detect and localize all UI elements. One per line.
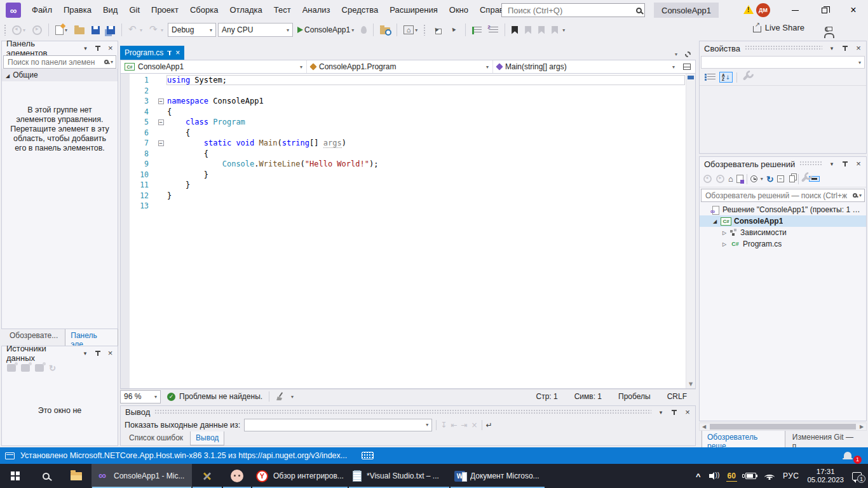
start-button[interactable] <box>0 464 31 488</box>
scroll-left-arrow[interactable]: ◀ <box>700 424 709 430</box>
yandex-browser-window[interactable]: Обзор интегриров... <box>252 464 348 488</box>
toolbox-group-general[interactable]: Общие <box>2 69 118 81</box>
status-cell[interactable]: Стр: 1 <box>536 392 558 401</box>
refresh-icon[interactable] <box>766 174 774 184</box>
edit-data-source-icon[interactable] <box>21 364 30 372</box>
fold-collapse-button[interactable]: − <box>158 119 164 125</box>
breakpoint-margin[interactable] <box>121 74 130 388</box>
toolbar-drag-handle[interactable] <box>423 24 426 36</box>
scroll-down-arrow[interactable]: ▼ <box>686 381 695 387</box>
code-line[interactable]: 5− class Program <box>130 117 685 128</box>
prev-bookmark-button[interactable]: ◂ <box>522 22 534 37</box>
save-button[interactable] <box>89 22 102 37</box>
tree-item[interactable]: ▷C#Program.cs <box>700 238 866 250</box>
menu-item[interactable]: Расширения <box>384 0 444 20</box>
indent-increase-button[interactable] <box>486 22 501 37</box>
navigate-forward-button[interactable] <box>30 22 44 37</box>
type-dropdown[interactable]: ConsoleApp1.Program▾ <box>307 60 493 73</box>
code-health-indicator[interactable]: ✓ Проблемы не найдены. <box>167 392 262 401</box>
status-cell[interactable]: CRLF <box>667 392 687 401</box>
action-center-icon[interactable]: 1 <box>852 472 862 480</box>
redo-button[interactable]: ▾ <box>147 22 166 37</box>
battery-icon[interactable] <box>745 473 756 479</box>
auto-hide-button[interactable] <box>840 43 850 53</box>
close-panel-button[interactable]: × <box>105 348 115 358</box>
auto-hide-button[interactable] <box>840 159 850 169</box>
warning-icon[interactable] <box>743 5 754 14</box>
close-panel-button[interactable]: × <box>682 407 693 417</box>
switch-views-icon[interactable] <box>736 175 743 183</box>
code-line[interactable]: 6 { <box>130 128 685 139</box>
active-files-dropdown-icon[interactable]: ▾ <box>675 51 677 57</box>
fold-collapse-button[interactable]: − <box>158 98 164 104</box>
show-all-files-icon[interactable] <box>789 175 795 182</box>
file-explorer-button[interactable] <box>61 464 92 488</box>
toggle-bookmark-button[interactable] <box>509 22 520 37</box>
code-line[interactable]: 9 Console.WriteLine("Hello World!"); <box>130 159 685 170</box>
indent-decrease-button[interactable] <box>470 22 484 37</box>
properties-object-dropdown[interactable]: ▾ <box>701 56 865 69</box>
code-line[interactable]: 10 } <box>130 170 685 180</box>
menu-item[interactable]: Проект <box>146 0 184 20</box>
next-bookmark-button[interactable]: ▸ <box>536 22 547 37</box>
menu-item[interactable]: Вид <box>97 0 124 20</box>
open-file-button[interactable] <box>72 22 87 37</box>
account-avatar[interactable]: ДМ <box>756 3 770 17</box>
categorized-icon[interactable] <box>707 74 715 81</box>
volume-icon[interactable]: )) <box>709 472 718 480</box>
configuration-dropdown[interactable]: Debug▾ <box>168 23 216 37</box>
navigate-back-button[interactable]: ▾ <box>10 22 28 37</box>
window-position-button[interactable]: ▾ <box>827 159 837 169</box>
menu-item[interactable]: Git <box>123 0 146 20</box>
scrollbar-thumb[interactable] <box>710 424 856 430</box>
left-tool-tab[interactable]: Обозревате... <box>4 329 64 343</box>
feedback-button[interactable] <box>825 25 830 34</box>
expander-expanded-icon[interactable]: ◢ <box>712 219 718 224</box>
close-panel-button[interactable]: × <box>853 43 864 53</box>
bottom-tool-tab[interactable]: Список ошибок <box>123 431 189 445</box>
menu-item[interactable]: Средства <box>336 0 384 20</box>
home-button[interactable]: ⌂▾ <box>401 22 420 37</box>
hot-reload-button[interactable] <box>358 22 369 37</box>
platform-dropdown[interactable]: Any CPU▾ <box>218 23 293 37</box>
status-cell[interactable]: Пробелы <box>618 392 651 401</box>
word-window[interactable]: Документ Microso... <box>450 464 545 488</box>
zoom-dropdown[interactable]: 96 %▾ <box>120 390 161 403</box>
search-input[interactable] <box>506 5 636 16</box>
back-icon[interactable] <box>703 175 712 183</box>
add-data-source-icon[interactable] <box>7 364 16 372</box>
live-share-button[interactable]: Live Share <box>753 23 804 32</box>
toolbar-drag-handle[interactable] <box>4 24 6 36</box>
quick-search-box[interactable] <box>501 3 645 17</box>
alphabetical-sort-button[interactable]: ↓ <box>719 72 733 83</box>
code-line[interactable]: 8 { <box>130 149 685 159</box>
output-source-dropdown[interactable]: ▾ <box>244 419 432 431</box>
toolbox-search-box[interactable]: ▾ <box>3 55 116 69</box>
keyboard-icon[interactable] <box>362 452 374 459</box>
code-editor[interactable]: 1using System;23−namespace ConsoleApp14{… <box>120 74 696 389</box>
close-tab-icon[interactable]: × <box>175 48 180 57</box>
project-dropdown[interactable]: C# ConsoleApp1▾ <box>121 60 307 73</box>
menu-item[interactable]: Отладка <box>224 0 268 20</box>
prev-message-icon[interactable]: ⇤ <box>451 421 457 430</box>
fold-collapse-button[interactable]: − <box>158 140 164 146</box>
gear-icon[interactable] <box>685 51 691 57</box>
toolbox-search-input[interactable] <box>6 57 102 67</box>
tray-overflow-chevron-icon[interactable]: ^ <box>696 471 701 481</box>
pending-changes-filter-icon[interactable] <box>750 175 757 182</box>
code-line[interactable]: 4{ <box>130 107 685 118</box>
window-position-button[interactable]: ▾ <box>827 43 837 53</box>
code-line[interactable]: 11 } <box>130 180 685 191</box>
split-editor-button[interactable] <box>679 60 695 73</box>
tab-program-cs[interactable]: Program.cs × <box>120 46 184 60</box>
find-in-files-button[interactable] <box>377 22 393 37</box>
clear-bookmarks-button[interactable]: × <box>549 22 560 37</box>
auto-hide-button[interactable] <box>669 407 679 417</box>
pin-tab-icon[interactable] <box>167 50 172 56</box>
code-line[interactable]: 12} <box>130 191 685 201</box>
horizontal-scrollbar[interactable]: ◀ ▶ <box>699 423 867 431</box>
close-panel-button[interactable]: × <box>105 43 115 53</box>
find-message-icon[interactable]: ↧ <box>440 421 447 430</box>
new-project-button[interactable]: ▾ <box>53 22 70 37</box>
scroll-right-arrow[interactable]: ▶ <box>857 424 866 430</box>
